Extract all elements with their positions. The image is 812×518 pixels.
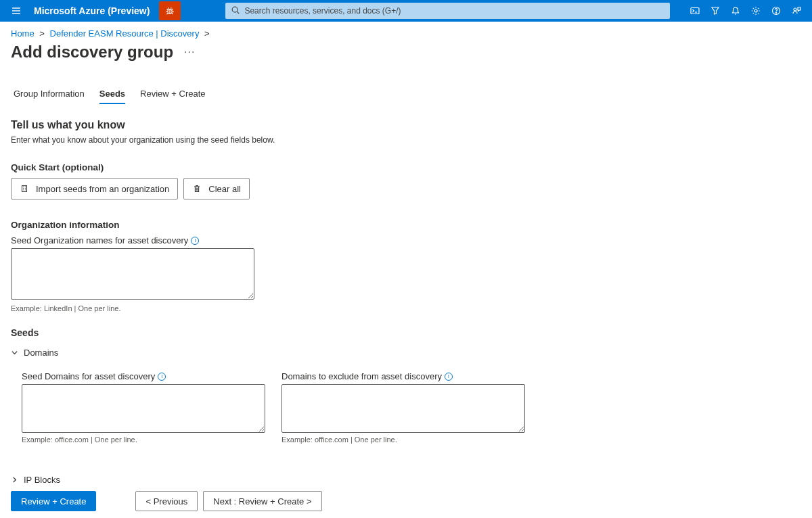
svg-line-14 bbox=[238, 11, 240, 14]
directories-button[interactable] bbox=[705, 0, 725, 22]
org-names-label: Seed Organization names for asset discov… bbox=[11, 235, 801, 245]
footer-spacer bbox=[102, 491, 130, 511]
svg-line-7 bbox=[167, 9, 168, 10]
review-create-button[interactable]: Review + Create bbox=[11, 491, 96, 511]
exclude-domains-input[interactable] bbox=[281, 384, 525, 433]
tab-seeds[interactable]: Seeds bbox=[99, 85, 125, 104]
gear-icon bbox=[750, 5, 761, 16]
preview-bug-button[interactable] bbox=[159, 1, 181, 20]
svg-line-12 bbox=[171, 7, 172, 9]
intro-description: Enter what you know about your organizat… bbox=[11, 135, 801, 145]
exclude-domains-helper: Example: office.com | One per line. bbox=[281, 435, 525, 444]
tabs: Group Information Seeds Review + Create bbox=[0, 66, 812, 104]
svg-line-11 bbox=[168, 7, 169, 9]
svg-rect-22 bbox=[22, 186, 27, 192]
page-title: Add discovery group bbox=[11, 43, 173, 62]
hamburger-menu-button[interactable] bbox=[5, 0, 27, 22]
exclude-domains-column: Domains to exclude from asset discovery … bbox=[281, 371, 525, 458]
seed-domains-label: Seed Domains for asset discovery i bbox=[22, 371, 265, 381]
seed-domains-label-text: Seed Domains for asset discovery bbox=[22, 371, 155, 381]
breadcrumb: Home > Defender EASM Resource | Discover… bbox=[0, 22, 812, 43]
help-icon bbox=[771, 5, 782, 16]
top-bar: Microsoft Azure (Preview) bbox=[0, 0, 812, 22]
seed-domains-helper: Example: office.com | One per line. bbox=[22, 435, 265, 444]
chevron-right-icon: > bbox=[39, 28, 45, 39]
help-button[interactable] bbox=[766, 0, 786, 22]
trash-icon bbox=[192, 184, 202, 193]
settings-button[interactable] bbox=[746, 0, 766, 22]
cloud-shell-icon bbox=[690, 5, 700, 16]
svg-rect-15 bbox=[691, 8, 699, 14]
top-icon-bar bbox=[685, 0, 807, 22]
person-feedback-icon bbox=[791, 5, 802, 16]
search-wrapper bbox=[225, 3, 670, 19]
building-icon bbox=[20, 184, 29, 193]
exclude-domains-label-text: Domains to exclude from asset discovery bbox=[281, 371, 442, 381]
info-icon[interactable]: i bbox=[445, 373, 453, 381]
intro-heading: Tell us what you know bbox=[11, 119, 801, 131]
filter-icon bbox=[710, 5, 721, 16]
bell-icon bbox=[730, 5, 741, 16]
seed-domains-column: Seed Domains for asset discovery i Examp… bbox=[22, 371, 265, 458]
page-header: Add discovery group ··· bbox=[0, 43, 812, 66]
svg-line-9 bbox=[167, 14, 168, 15]
hamburger-icon bbox=[11, 5, 22, 16]
seed-domains-input[interactable] bbox=[22, 384, 265, 433]
org-names-label-text: Seed Organization names for asset discov… bbox=[11, 235, 188, 245]
quick-start-heading: Quick Start (optional) bbox=[11, 162, 801, 172]
seeds-heading: Seeds bbox=[11, 327, 801, 338]
chevron-right-icon: > bbox=[204, 28, 210, 39]
tab-group-information[interactable]: Group Information bbox=[14, 85, 85, 104]
svg-line-10 bbox=[172, 14, 173, 15]
more-actions-button[interactable]: ··· bbox=[181, 46, 198, 58]
svg-point-18 bbox=[754, 9, 757, 12]
info-icon[interactable]: i bbox=[191, 237, 199, 245]
org-heading: Organization information bbox=[11, 220, 801, 230]
bug-icon bbox=[164, 5, 175, 16]
org-names-input[interactable] bbox=[11, 248, 254, 300]
import-seeds-label: Import seeds from an organization bbox=[36, 184, 169, 194]
exclude-domains-label: Domains to exclude from asset discovery … bbox=[281, 371, 525, 381]
content: Tell us what you know Enter what you kno… bbox=[0, 104, 812, 518]
clear-all-label: Clear all bbox=[208, 184, 241, 194]
svg-point-13 bbox=[233, 7, 238, 12]
domains-fields: Seed Domains for asset discovery i Examp… bbox=[22, 371, 801, 458]
notifications-button[interactable] bbox=[725, 0, 746, 22]
domains-expander[interactable]: Domains bbox=[11, 344, 801, 362]
svg-line-8 bbox=[172, 9, 173, 10]
svg-point-21 bbox=[794, 8, 796, 11]
chevron-right-icon bbox=[11, 476, 18, 484]
breadcrumb-home[interactable]: Home bbox=[11, 28, 35, 39]
feedback-button[interactable] bbox=[786, 0, 807, 22]
domains-label: Domains bbox=[24, 348, 58, 358]
cloud-shell-button[interactable] bbox=[685, 0, 705, 22]
info-icon[interactable]: i bbox=[158, 373, 166, 381]
product-name[interactable]: Microsoft Azure (Preview) bbox=[34, 5, 150, 16]
import-seeds-button[interactable]: Import seeds from an organization bbox=[11, 178, 178, 199]
search-icon bbox=[231, 5, 240, 17]
footer: Review + Create < Previous Next : Review… bbox=[0, 484, 812, 518]
search-input[interactable] bbox=[225, 3, 670, 19]
chevron-down-icon bbox=[11, 349, 18, 356]
previous-button[interactable]: < Previous bbox=[135, 491, 198, 511]
breadcrumb-resource[interactable]: Defender EASM Resource | Discovery bbox=[50, 28, 200, 39]
quick-start-row: Import seeds from an organization Clear … bbox=[11, 178, 801, 199]
clear-all-button[interactable]: Clear all bbox=[183, 178, 250, 199]
svg-point-20 bbox=[775, 12, 776, 13]
tab-review-create[interactable]: Review + Create bbox=[140, 85, 205, 104]
next-button[interactable]: Next : Review + Create > bbox=[203, 491, 321, 511]
org-names-helper: Example: LinkedIn | One per line. bbox=[11, 304, 801, 312]
